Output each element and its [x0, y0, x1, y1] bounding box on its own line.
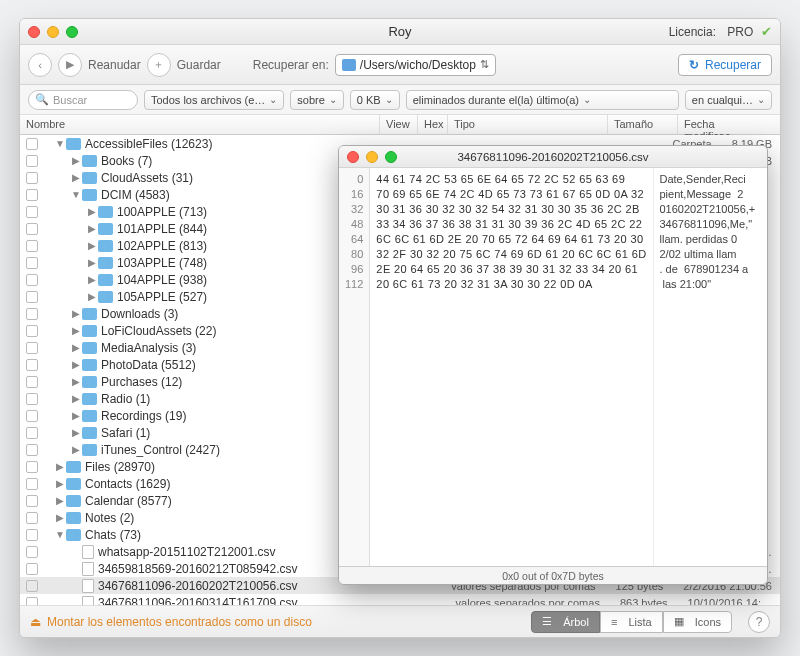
- disclosure-icon[interactable]: ▼: [70, 189, 82, 200]
- hex-preview-window[interactable]: 34676811096-20160202T210056.csv 0 16 32 …: [338, 145, 768, 585]
- checkbox[interactable]: [26, 189, 38, 201]
- checkbox[interactable]: [26, 359, 38, 371]
- checkbox[interactable]: [26, 291, 38, 303]
- disclosure-icon[interactable]: ▶: [70, 359, 82, 370]
- item-name: Calendar (8577): [85, 494, 172, 508]
- filter-time[interactable]: eliminados durante el(la) último(a)⌄: [406, 90, 679, 110]
- checkbox[interactable]: [26, 444, 38, 456]
- checkbox[interactable]: [26, 257, 38, 269]
- col-size[interactable]: Tamaño: [608, 115, 678, 134]
- col-name[interactable]: Nombre: [20, 115, 380, 134]
- disclosure-icon[interactable]: ▶: [70, 308, 82, 319]
- disclosure-icon[interactable]: ▶: [70, 376, 82, 387]
- checkbox[interactable]: [26, 461, 38, 473]
- disclosure-icon[interactable]: ▶: [86, 206, 98, 217]
- item-name: Notes (2): [85, 511, 134, 525]
- license-badge: Licencia: PRO ✔︎: [669, 24, 772, 39]
- checkbox[interactable]: [26, 308, 38, 320]
- checkbox[interactable]: [26, 172, 38, 184]
- file-icon: [82, 562, 94, 576]
- checkbox[interactable]: [26, 495, 38, 507]
- search-input[interactable]: 🔍 Buscar: [28, 90, 138, 110]
- filter-over[interactable]: sobre⌄: [290, 90, 344, 110]
- checkbox[interactable]: [26, 580, 38, 592]
- disclosure-icon[interactable]: ▶: [54, 512, 66, 523]
- search-icon: 🔍: [35, 93, 49, 106]
- close-icon[interactable]: [347, 151, 359, 163]
- zoom-icon[interactable]: [385, 151, 397, 163]
- checkbox[interactable]: [26, 529, 38, 541]
- disclosure-icon[interactable]: ▶: [70, 172, 82, 183]
- save-button-icon[interactable]: ＋: [147, 53, 171, 77]
- window-title: Roy: [20, 24, 780, 39]
- checkbox[interactable]: [26, 512, 38, 524]
- checkbox[interactable]: [26, 427, 38, 439]
- folder-icon: [82, 342, 97, 354]
- path-selector[interactable]: /Users/wicho/Desktop ⇅: [335, 54, 496, 76]
- checkbox[interactable]: [26, 393, 38, 405]
- item-name: Downloads (3): [101, 307, 178, 321]
- col-type[interactable]: Tipo: [448, 115, 608, 134]
- disclosure-icon[interactable]: ▶: [70, 325, 82, 336]
- back-button[interactable]: ‹: [28, 53, 52, 77]
- checkbox[interactable]: [26, 223, 38, 235]
- view-list-button[interactable]: ≡ Lista: [600, 611, 663, 633]
- checkbox[interactable]: [26, 546, 38, 558]
- filter-size[interactable]: 0 KB⌄: [350, 90, 400, 110]
- disclosure-icon[interactable]: ▶: [86, 240, 98, 251]
- disclosure-icon[interactable]: ▶: [70, 155, 82, 166]
- filter-location[interactable]: en cualqui…⌄: [685, 90, 772, 110]
- column-headers[interactable]: Nombre View Hex Tipo Tamaño Fecha modifi…: [20, 115, 780, 135]
- minimize-icon[interactable]: [47, 26, 59, 38]
- file-icon: [82, 596, 94, 606]
- zoom-icon[interactable]: [66, 26, 78, 38]
- file-icon: [82, 579, 94, 593]
- disclosure-icon[interactable]: ▶: [70, 444, 82, 455]
- checkbox[interactable]: [26, 325, 38, 337]
- checkbox[interactable]: [26, 376, 38, 388]
- disclosure-icon[interactable]: ▶: [86, 291, 98, 302]
- checkbox[interactable]: [26, 138, 38, 150]
- filter-filetype[interactable]: Todos los archivos (e…⌄: [144, 90, 284, 110]
- disclosure-icon[interactable]: ▶: [70, 410, 82, 421]
- checkbox[interactable]: [26, 274, 38, 286]
- view-tree-button[interactable]: ☰ Árbol: [531, 611, 600, 633]
- col-date[interactable]: Fecha modificac…: [678, 115, 780, 134]
- disclosure-icon[interactable]: ▶: [86, 257, 98, 268]
- disclosure-icon[interactable]: ▼: [54, 138, 66, 149]
- play-button[interactable]: ▶: [58, 53, 82, 77]
- recover-button[interactable]: Recuperar: [678, 54, 772, 76]
- titlebar[interactable]: Roy Licencia: PRO ✔︎: [20, 19, 780, 45]
- disclosure-icon[interactable]: ▶: [70, 342, 82, 353]
- disclosure-icon[interactable]: ▼: [54, 529, 66, 540]
- item-name: Safari (1): [101, 426, 150, 440]
- checkbox[interactable]: [26, 206, 38, 218]
- disclosure-icon[interactable]: ▶: [70, 427, 82, 438]
- hex-bytes: 44 61 74 2C 53 65 6E 64 65 72 2C 52 65 6…: [370, 168, 653, 566]
- checkbox[interactable]: [26, 240, 38, 252]
- disclosure-icon[interactable]: ▶: [70, 393, 82, 404]
- checkbox[interactable]: [26, 478, 38, 490]
- disclosure-icon[interactable]: ▶: [54, 478, 66, 489]
- checkbox[interactable]: [26, 342, 38, 354]
- minimize-icon[interactable]: [366, 151, 378, 163]
- col-hex[interactable]: Hex: [418, 115, 448, 134]
- hex-offsets: 0 16 32 48 64 80 96 112: [339, 168, 370, 566]
- item-name: 34676811096-20160202T210056.csv: [98, 579, 298, 593]
- item-name: Purchases (12): [101, 375, 182, 389]
- col-view[interactable]: View: [380, 115, 418, 134]
- checkbox[interactable]: [26, 155, 38, 167]
- disclosure-icon[interactable]: ▶: [54, 461, 66, 472]
- close-icon[interactable]: [28, 26, 40, 38]
- disclosure-icon[interactable]: ▶: [86, 223, 98, 234]
- checkbox[interactable]: [26, 410, 38, 422]
- checkbox[interactable]: [26, 563, 38, 575]
- disclosure-icon[interactable]: ▶: [86, 274, 98, 285]
- view-icons-button[interactable]: ▦ Icons: [663, 611, 732, 633]
- folder-icon: [82, 393, 97, 405]
- help-button[interactable]: ?: [748, 611, 770, 633]
- tree-row[interactable]: 34676811096-20160314T161709.csvvalores s…: [20, 594, 780, 605]
- disclosure-icon[interactable]: ▶: [54, 495, 66, 506]
- checkbox[interactable]: [26, 597, 38, 606]
- mount-button[interactable]: ⏏ Montar los elementos encontrados como …: [30, 615, 312, 629]
